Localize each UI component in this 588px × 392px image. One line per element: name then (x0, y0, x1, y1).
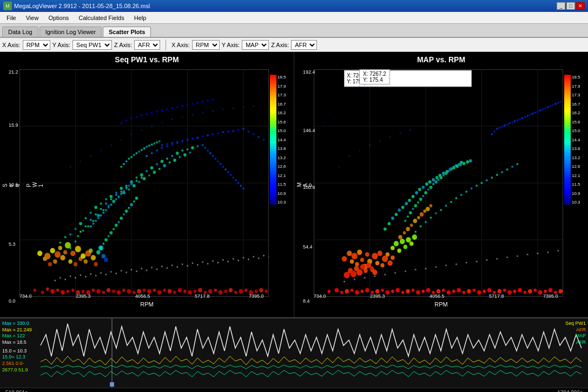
left-x-axis-select[interactable]: RPM (23, 40, 50, 50)
legend-line-val2: 15.0= 12.3 (2, 354, 32, 361)
menu-calculated-fields[interactable]: Calculated Fields (74, 14, 128, 22)
window-controls[interactable]: _ □ ✕ (557, 2, 585, 10)
svg-point-499 (354, 279, 355, 280)
left-z-axis-label: Z Axis: (114, 42, 132, 48)
svg-point-405 (360, 264, 365, 270)
svg-point-415 (406, 237, 411, 243)
svg-point-366 (487, 288, 492, 292)
svg-point-519 (557, 250, 559, 252)
menu-file[interactable]: File (2, 14, 21, 22)
svg-point-11 (50, 289, 55, 293)
right-x-axis-select[interactable]: RPM (192, 40, 220, 50)
svg-point-365 (483, 290, 486, 293)
svg-point-424 (419, 198, 422, 201)
svg-point-551 (417, 216, 420, 219)
svg-point-25 (122, 289, 125, 292)
svg-point-163 (247, 130, 249, 133)
svg-point-337 (340, 291, 343, 294)
svg-point-381 (342, 256, 347, 262)
svg-point-302 (156, 141, 158, 143)
svg-point-266 (123, 190, 125, 192)
svg-point-227 (141, 268, 142, 270)
svg-point-258 (102, 212, 104, 214)
timeline-svg[interactable] (0, 318, 588, 388)
svg-point-71 (84, 259, 88, 264)
svg-point-97 (146, 170, 148, 172)
svg-point-441 (491, 133, 493, 135)
menu-help[interactable]: Help (130, 14, 151, 22)
svg-point-40 (198, 288, 202, 292)
right-z-axis-select[interactable]: AFR (291, 40, 317, 50)
svg-point-450 (514, 120, 516, 122)
tab-data-log[interactable]: Data Log (2, 27, 38, 37)
svg-point-23 (112, 290, 115, 293)
svg-point-195 (100, 246, 103, 250)
timeline-area[interactable]: Max = 330.0 Max = 21.249 Max = 122 Max =… (0, 317, 588, 388)
close-button[interactable]: ✕ (576, 2, 585, 10)
left-z-axis-select[interactable]: AFR (134, 40, 160, 50)
svg-point-553 (423, 210, 426, 213)
svg-point-202 (118, 221, 120, 223)
svg-point-270 (125, 120, 128, 122)
tab-scatter-plots[interactable]: Scatter Plots (103, 27, 151, 37)
svg-point-13 (61, 290, 65, 295)
svg-point-418 (404, 220, 406, 222)
svg-point-143 (130, 183, 133, 185)
svg-point-306 (90, 155, 91, 157)
svg-point-213 (70, 276, 71, 277)
svg-point-523 (395, 213, 398, 216)
right-scatter-panel[interactable]: MAP vs. RPM X: 7267.2 Y: 175.4 MAP 192.4… (294, 52, 588, 317)
svg-point-374 (528, 289, 532, 293)
svg-point-262 (113, 201, 115, 203)
svg-point-546 (398, 235, 402, 239)
svg-point-556 (323, 123, 325, 125)
svg-point-466 (554, 103, 557, 105)
svg-point-429 (432, 183, 434, 185)
svg-point-20 (96, 289, 101, 293)
right-y-tick-3: 146.4 (303, 128, 315, 133)
svg-point-514 (506, 257, 508, 258)
svg-point-445 (501, 126, 503, 128)
svg-point-352 (416, 290, 420, 295)
svg-point-131 (69, 247, 71, 249)
left-y-axis-select[interactable]: Seq PW1 (72, 40, 112, 50)
svg-point-520 (384, 227, 387, 231)
svg-point-191 (181, 140, 183, 142)
svg-point-132 (75, 240, 77, 243)
svg-point-446 (504, 125, 506, 127)
svg-point-492 (359, 150, 360, 152)
svg-point-483 (486, 179, 488, 181)
left-scatter-svg[interactable] (19, 69, 269, 297)
right-scatter-svg[interactable]: X: 7267.2 Y: 175.4 (314, 69, 563, 297)
svg-point-496 (400, 133, 401, 134)
right-y-axis-select[interactable]: MAP (242, 40, 269, 50)
menu-options[interactable]: Options (44, 14, 73, 22)
svg-point-281 (181, 105, 183, 107)
svg-point-394 (378, 251, 382, 256)
svg-point-423 (417, 201, 419, 204)
svg-point-160 (232, 130, 234, 132)
svg-point-375 (533, 289, 537, 292)
left-scatter-panel[interactable]: Seq PW1 vs. RPM Seq PW1 21.2 15.9 10.6 5… (0, 52, 294, 317)
maximize-button[interactable]: □ (566, 2, 575, 10)
menu-view[interactable]: View (22, 14, 43, 22)
svg-point-280 (176, 106, 179, 108)
svg-point-52 (259, 288, 263, 292)
svg-point-464 (550, 105, 552, 107)
svg-point-482 (481, 182, 483, 184)
svg-point-443 (496, 128, 498, 130)
tab-ignition-log-viewer[interactable]: Ignition Log Viewer (39, 27, 102, 37)
svg-point-353 (421, 290, 425, 293)
svg-point-67 (74, 262, 78, 266)
right-x-tick-max: 7395.0 (543, 293, 558, 299)
svg-point-498 (343, 281, 345, 283)
minimize-button[interactable]: _ (557, 2, 565, 10)
svg-point-154 (202, 135, 204, 138)
svg-point-265 (120, 193, 122, 195)
svg-point-513 (496, 258, 498, 260)
svg-point-376 (538, 290, 543, 295)
svg-point-171 (212, 155, 214, 157)
svg-point-301 (153, 142, 155, 145)
svg-point-104 (181, 149, 183, 152)
svg-point-363 (473, 289, 476, 292)
